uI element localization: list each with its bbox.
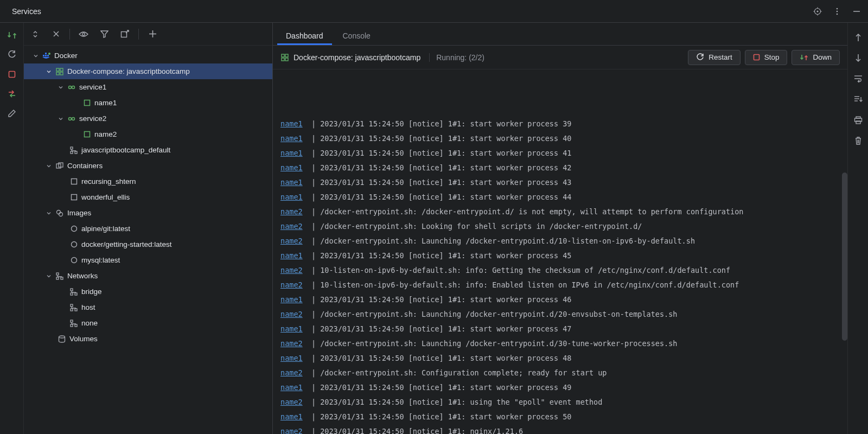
log-source-link[interactable]: name1 <box>280 248 303 263</box>
expand-collapse-icon[interactable] <box>29 28 41 40</box>
chevron-down-icon[interactable] <box>46 69 52 74</box>
scroll-end-icon[interactable] <box>852 93 864 105</box>
tree-node-docker[interactable]: Docker <box>24 48 272 63</box>
tree-label: Containers <box>67 162 103 170</box>
target-icon[interactable] <box>812 5 824 17</box>
arrow-up-icon[interactable] <box>852 31 864 43</box>
tree-node-compose[interactable]: Docker-compose: javascriptbootcamp <box>24 63 272 79</box>
services-tree[interactable]: Docker Docker-compose: javascriptbootcam… <box>24 46 272 434</box>
chevron-down-icon[interactable] <box>46 273 52 279</box>
log-source-link[interactable]: name1 <box>280 190 303 205</box>
log-source-link[interactable]: name2 <box>280 219 303 234</box>
log-source-link[interactable]: name2 <box>280 395 303 410</box>
log-source-link[interactable]: name1 <box>280 131 303 146</box>
tree-node-name2[interactable]: name2 <box>24 126 272 142</box>
close-icon[interactable] <box>50 28 62 40</box>
log-source-link[interactable]: name1 <box>280 380 303 395</box>
log-source-link[interactable]: name2 <box>280 336 303 351</box>
stop-button[interactable]: Stop <box>745 50 788 65</box>
scrollbar-thumb[interactable] <box>842 173 847 341</box>
eye-icon[interactable] <box>78 28 90 40</box>
tree-node-volumes[interactable]: Volumes <box>24 331 272 347</box>
log-text: | /docker-entrypoint.sh: Launching /dock… <box>303 234 695 248</box>
arrow-down-icon[interactable] <box>852 52 864 64</box>
swap-icon[interactable] <box>6 88 18 100</box>
deploy-icon[interactable] <box>6 29 18 41</box>
svg-point-1 <box>817 11 818 12</box>
soft-wrap-icon[interactable] <box>852 73 864 85</box>
log-source-link[interactable]: name2 <box>280 424 303 434</box>
tree-node-containers[interactable]: Containers <box>24 158 272 174</box>
log-source-link[interactable]: name2 <box>280 366 303 380</box>
print-icon[interactable] <box>852 114 864 126</box>
tree-node-images[interactable]: Images <box>24 205 272 221</box>
log-source-link[interactable]: name1 <box>280 292 303 307</box>
chevron-down-icon[interactable] <box>58 116 64 122</box>
log-source-link[interactable]: name2 <box>280 205 303 219</box>
log-line: name1 | 2023/01/31 15:24:50 [notice] 1#1… <box>280 146 847 161</box>
log-source-link[interactable]: name1 <box>280 351 303 366</box>
tree-node-network-none[interactable]: none <box>24 315 272 331</box>
log-source-link[interactable]: name2 <box>280 263 303 278</box>
svg-rect-50 <box>71 304 73 307</box>
chevron-down-icon[interactable] <box>33 53 39 59</box>
tree-node-image1[interactable]: alpine/git:latest <box>24 221 272 237</box>
log-source-link[interactable]: name2 <box>280 278 303 292</box>
more-vertical-icon[interactable] <box>831 5 843 17</box>
log-line: name2 | /docker-entrypoint.sh: Launching… <box>280 336 847 351</box>
tree-label: javascriptbootcamp_default <box>81 146 170 154</box>
log-source-link[interactable]: name1 <box>280 146 303 161</box>
log-text: | /docker-entrypoint.sh: Launching /dock… <box>303 307 678 322</box>
minimize-icon[interactable] <box>851 5 863 17</box>
log-source-link[interactable]: name1 <box>280 161 303 175</box>
filter-icon[interactable] <box>98 28 110 40</box>
tree-node-networks[interactable]: Networks <box>24 268 272 284</box>
chevron-down-icon[interactable] <box>58 85 64 90</box>
log-output[interactable]: name1 | 2023/01/31 15:24:50 [notice] 1#1… <box>273 69 847 434</box>
log-line: name2 | /docker-entrypoint.sh: Launching… <box>280 307 847 322</box>
log-source-link[interactable]: name2 <box>280 234 303 248</box>
tree-node-service1[interactable]: service1 <box>24 79 272 95</box>
stop-red-icon[interactable] <box>6 68 18 80</box>
svg-rect-19 <box>45 53 47 54</box>
chevron-down-icon[interactable] <box>46 210 52 216</box>
refresh-icon[interactable] <box>6 49 18 61</box>
tree-node-network-host[interactable]: host <box>24 299 272 315</box>
new-window-icon[interactable] <box>119 28 131 40</box>
log-text: | 2023/01/31 15:24:50 [notice] 1#1: star… <box>303 380 572 395</box>
log-source-link[interactable]: name1 <box>280 117 303 131</box>
log-line: name1 | 2023/01/31 15:24:50 [notice] 1#1… <box>280 175 847 190</box>
main-tabs: Dashboard Console <box>273 23 847 46</box>
tree-node-network-bridge[interactable]: bridge <box>24 284 272 299</box>
tree-node-container2[interactable]: wonderful_ellis <box>24 189 272 205</box>
restart-label: Restart <box>709 53 732 61</box>
log-source-link[interactable]: name1 <box>280 322 303 336</box>
docker-icon <box>42 52 51 60</box>
tab-console[interactable]: Console <box>334 26 379 45</box>
container-stopped-icon <box>69 193 78 202</box>
log-line: name1 | 2023/01/31 15:24:50 [notice] 1#1… <box>280 380 847 395</box>
log-source-link[interactable]: name1 <box>280 175 303 190</box>
svg-rect-46 <box>56 277 59 279</box>
log-text: | /docker-entrypoint.sh: Configuration c… <box>303 366 607 380</box>
down-button[interactable]: Down <box>792 50 840 65</box>
edit-icon[interactable] <box>6 107 18 119</box>
tree-panel: Docker Docker-compose: javascriptbootcam… <box>24 23 273 434</box>
restart-button[interactable]: Restart <box>688 50 741 65</box>
log-source-link[interactable]: name2 <box>280 307 303 322</box>
tree-node-network-default[interactable]: javascriptbootcamp_default <box>24 142 272 158</box>
tree-node-name1[interactable]: name1 <box>24 95 272 111</box>
add-icon[interactable] <box>146 28 158 40</box>
tab-dashboard[interactable]: Dashboard <box>277 26 332 45</box>
tree-node-service2[interactable]: service2 <box>24 111 272 126</box>
svg-rect-33 <box>75 151 77 154</box>
tree-node-container1[interactable]: recursing_shtern <box>24 174 272 189</box>
svg-point-29 <box>69 117 72 120</box>
tree-node-image3[interactable]: mysql:latest <box>24 252 272 268</box>
svg-point-13 <box>82 33 85 35</box>
log-source-link[interactable]: name1 <box>280 410 303 424</box>
chevron-down-icon[interactable] <box>46 163 52 169</box>
trash-icon[interactable] <box>852 135 864 146</box>
restart-icon <box>696 53 704 61</box>
tree-node-image2[interactable]: docker/getting-started:latest <box>24 237 272 252</box>
